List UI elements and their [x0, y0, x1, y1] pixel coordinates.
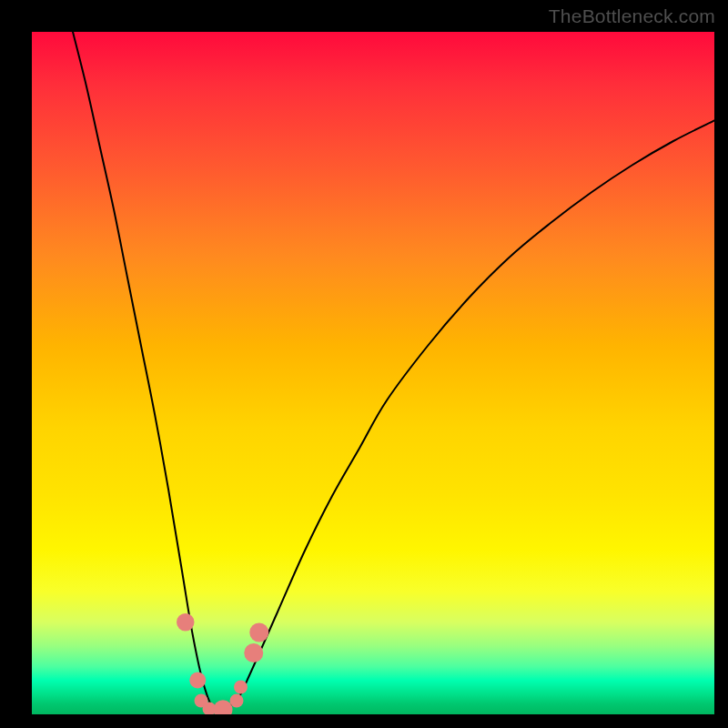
curve-marker: [244, 643, 263, 662]
watermark-text: TheBottleneck.com: [549, 5, 715, 27]
curve-marker: [230, 694, 244, 708]
chart-frame: TheBottleneck.com: [0, 0, 728, 728]
curve-marker: [189, 672, 206, 689]
curve-marker: [249, 623, 268, 642]
chart-svg: [32, 32, 714, 714]
curve-marker: [234, 681, 248, 694]
curve-marker: [214, 700, 233, 714]
chart-plot-area: [32, 32, 714, 714]
bottleneck-curve: [73, 32, 714, 710]
curve-marker: [177, 613, 195, 632]
